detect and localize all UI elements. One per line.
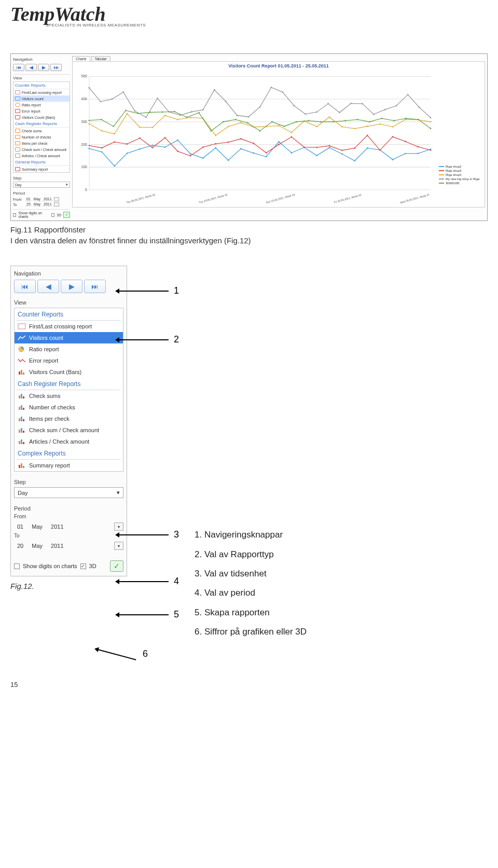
report-item[interactable]: Number of checks [15,402,123,413]
step-dropdown[interactable]: Day▾ [14,487,123,498]
svg-point-148 [406,118,407,119]
3d-checkbox[interactable] [51,213,54,217]
nav-last-button[interactable]: ⏭ [84,280,106,293]
section-counter: Counter Reports [15,308,123,320]
svg-point-127 [149,112,151,113]
svg-point-87 [392,126,394,128]
date-to[interactable]: 20May2011▾ [14,541,123,551]
report-item[interactable]: Visitors Count (Bars) [15,366,123,378]
report-item[interactable]: Items per check [13,140,70,146]
svg-text:Fri 20.05.2011, Week 20: Fri 20.05.2011, Week 20 [334,193,362,204]
report-item[interactable]: Check sum / Check amount [15,424,123,436]
svg-point-103 [225,101,227,102]
report-item[interactable]: Error report [15,355,123,366]
report-item[interactable]: Ratio report [15,343,123,355]
report-item[interactable]: Summary report [13,166,70,172]
report-item[interactable]: Ratio report [13,102,70,108]
svg-point-14 [177,140,178,141]
svg-point-131 [198,112,200,114]
report-item[interactable]: Visitors Count (Bars) [13,114,70,120]
annotations: 1 2 3 4 5 6 1. Navigeringsknappar 2. Val… [127,266,488,665]
svg-point-130 [186,117,188,118]
svg-point-136 [259,130,261,132]
report-item[interactable]: First/Last crossing report [13,89,70,95]
step-dropdown[interactable]: Day▾ [13,182,70,188]
svg-point-25 [316,155,317,157]
svg-point-68 [151,127,153,128]
fig11-caption: Fig.11 Rapportfönster [10,225,488,234]
report-item[interactable]: Check sum / Check amount [13,146,70,153]
svg-point-18 [228,160,229,161]
svg-point-45 [215,143,216,145]
svg-point-23 [291,152,293,154]
calendar-icon[interactable] [54,202,59,206]
report-item-selected[interactable]: Visitors count [15,332,123,343]
svg-point-110 [305,114,306,115]
nav-prev-button[interactable]: ◀ [37,280,59,293]
annotation-legend-6: 6. Siffror på grafiken eller 3D [195,622,307,641]
apply-button[interactable]: ✓ [63,212,70,218]
report-item[interactable]: Check sums [15,390,123,402]
apply-button[interactable]: ✓ [110,560,123,572]
svg-point-41 [164,137,166,139]
report-item[interactable]: Articles / Check amount [13,153,70,159]
fig11-screenshot: Navigation ⏮ ◀ ▶ ⏭ View Counter Reports … [10,53,488,221]
svg-point-149 [418,119,419,120]
logo: TempWatch SPECIALISTS IN WIRELESS MEASUR… [0,0,498,33]
svg-rect-178 [23,431,24,433]
calendar-icon[interactable]: ▾ [114,542,123,550]
svg-point-116 [373,114,375,115]
svg-point-19 [240,148,242,149]
nav-prev-button[interactable]: ◀ [25,64,37,71]
report-item[interactable]: Number of checks [13,134,70,140]
svg-point-10 [127,153,128,154]
svg-point-135 [247,122,248,124]
svg-point-59 [392,136,394,137]
svg-point-101 [202,109,204,111]
report-item[interactable]: Error report [13,108,70,114]
svg-point-11 [139,148,141,150]
report-item-selected[interactable]: Visitors count [13,95,70,102]
svg-point-64 [101,130,103,132]
svg-point-93 [111,99,113,100]
nav-label: Navigation [14,270,123,277]
svg-point-63 [89,123,90,125]
svg-point-105 [248,116,250,118]
chart-legend: Riga shop2 Riga shop3 Riga shop4 My new … [436,71,482,206]
tab-tabular[interactable]: Tabular [91,56,110,61]
svg-point-29 [367,147,368,149]
calendar-icon[interactable]: ▾ [114,522,123,531]
nav-label: Navigation [13,57,70,62]
3d-checkbox[interactable]: ✓ [80,563,86,569]
report-item[interactable]: Summary report [15,460,123,471]
report-item[interactable]: Check sums [13,128,70,134]
svg-point-70 [177,119,178,120]
svg-point-107 [271,87,272,88]
step-label: Step [13,176,70,181]
svg-point-65 [114,133,115,135]
report-item[interactable]: Items per check [15,413,123,424]
nav-next-button[interactable]: ▶ [38,64,49,71]
svg-point-58 [379,149,381,151]
report-item[interactable]: Articles / Check amount [15,436,123,447]
nav-first-button[interactable]: ⏮ [14,280,36,293]
tab-charts[interactable]: Charts [72,56,90,61]
report-item[interactable]: First/Last crossing report [15,321,123,332]
nav-last-button[interactable]: ⏭ [50,64,62,71]
svg-point-123 [101,119,102,120]
date-from[interactable]: 01May2011▾ [14,521,123,532]
svg-point-128 [162,112,163,113]
svg-point-113 [339,112,340,114]
svg-rect-176 [19,430,20,433]
nav-next-button[interactable]: ▶ [61,280,82,293]
svg-point-132 [211,130,212,132]
nav-first-button[interactable]: ⏮ [13,64,24,71]
show-digits-checkbox[interactable] [14,563,20,569]
logo-tagline: SPECIALISTS IN WIRELESS MEASUREMENTS [10,23,488,27]
svg-rect-166 [23,373,24,375]
calendar-icon[interactable] [54,197,59,201]
svg-point-139 [296,121,297,122]
svg-point-141 [320,121,322,122]
chart-title: Visitors Count Report 01.05.2011 - 25.05… [73,62,485,70]
show-digits-checkbox[interactable] [13,213,16,217]
